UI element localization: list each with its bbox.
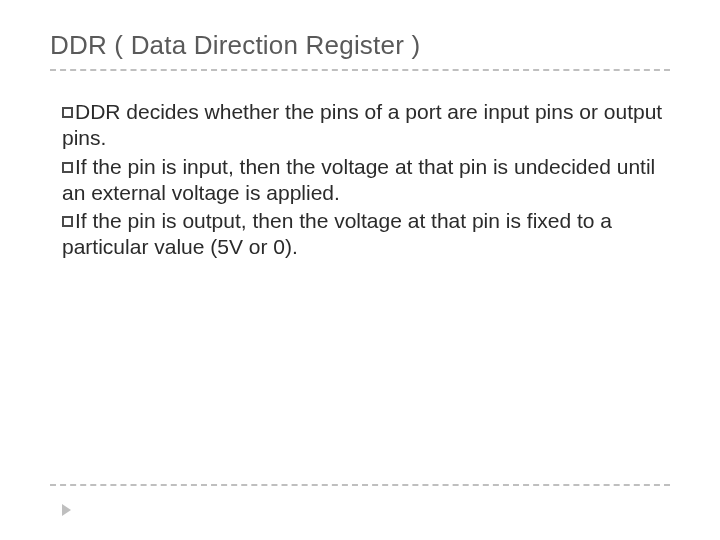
slide-title: DDR ( Data Direction Register ) [50,30,670,61]
square-bullet-icon [62,216,73,227]
bullet-text: If the pin is output, then the voltage a… [62,209,612,258]
footer-divider [50,484,670,486]
bullet-item: If the pin is output, then the voltage a… [62,208,670,261]
title-divider [50,69,670,71]
square-bullet-icon [62,107,73,118]
bullet-item: If the pin is input, then the voltage at… [62,154,670,207]
slide-body: DDR decides whether the pins of a port a… [50,99,670,261]
square-bullet-icon [62,162,73,173]
bullet-item: DDR decides whether the pins of a port a… [62,99,670,152]
bullet-text: If the pin is input, then the voltage at… [62,155,655,204]
slide: DDR ( Data Direction Register ) DDR deci… [0,0,720,540]
arrow-right-icon [62,504,71,516]
bullet-text: DDR decides whether the pins of a port a… [62,100,662,149]
